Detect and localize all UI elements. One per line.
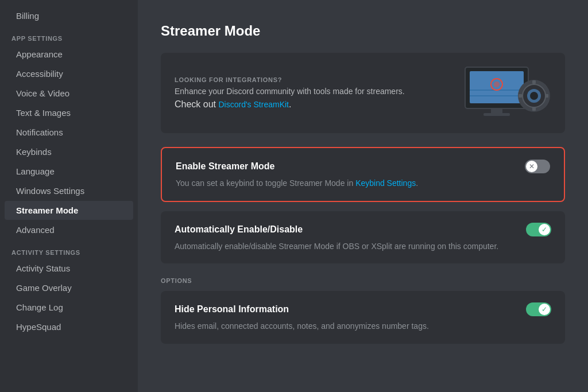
- sidebar-item-keybinds[interactable]: Keybinds: [5, 142, 133, 161]
- svg-point-11: [530, 92, 538, 100]
- hide-personal-info-row: Hide Personal Information ✓: [175, 302, 551, 316]
- sidebar-item-streamer-mode[interactable]: Streamer Mode: [5, 201, 133, 220]
- svg-point-7: [494, 81, 500, 87]
- hide-personal-info-desc: Hides email, connected accounts, notes, …: [175, 321, 551, 332]
- sidebar: Billing APP SETTINGS Appearance Accessib…: [0, 0, 138, 392]
- sidebar-notifications-label: Notifications: [16, 127, 63, 137]
- sidebar-advanced-label: Advanced: [16, 225, 55, 235]
- streamkit-link[interactable]: Discord's StreamKit: [218, 100, 288, 109]
- integration-banner: LOOKING FOR INTEGRATIONS? Enhance your D…: [161, 53, 565, 133]
- sidebar-item-language[interactable]: Language: [5, 162, 133, 181]
- sidebar-item-change-log[interactable]: Change Log: [5, 298, 133, 317]
- sidebar-item-notifications[interactable]: Notifications: [5, 123, 133, 142]
- sidebar-game-overlay-label: Game Overlay: [16, 283, 72, 293]
- svg-rect-13: [532, 107, 536, 111]
- enable-streamer-mode-title: Enable Streamer Mode: [176, 161, 275, 172]
- keybind-settings-link[interactable]: Keybind Settings: [355, 178, 416, 188]
- auto-enable-title: Automatically Enable/Disable: [175, 224, 303, 235]
- auto-enable-desc: Automatically enable/disable Streamer Mo…: [175, 241, 551, 253]
- banner-title: LOOKING FOR INTEGRATIONS?: [175, 76, 405, 83]
- toggle-on-icon-2: ✓: [541, 305, 547, 313]
- toggle-off-icon: ✕: [529, 162, 535, 170]
- options-section-header: OPTIONS: [161, 277, 565, 284]
- svg-rect-12: [532, 80, 536, 84]
- sidebar-item-appearance[interactable]: Appearance: [5, 45, 133, 64]
- enable-streamer-mode-row: Enable Streamer Mode ✕: [176, 160, 550, 173]
- toggle-on-icon: ✓: [541, 226, 547, 234]
- sidebar-language-label: Language: [16, 166, 55, 176]
- sidebar-keybinds-label: Keybinds: [16, 147, 52, 157]
- hide-personal-info-title: Hide Personal Information: [175, 304, 289, 315]
- sidebar-item-voice-video[interactable]: Voice & Video: [5, 84, 133, 103]
- banner-link-prefix: Check out: [175, 99, 218, 109]
- enable-streamer-mode-card: Enable Streamer Mode ✕ You can set a key…: [161, 147, 565, 202]
- enable-desc-suffix: .: [416, 178, 418, 188]
- enable-streamer-mode-desc: You can set a keybind to toggle Streamer…: [176, 178, 550, 189]
- page-title: Streamer Mode: [161, 23, 565, 39]
- keybind-link-text: Keybind Settings: [355, 178, 416, 188]
- sidebar-activity-status-label: Activity Status: [16, 263, 70, 273]
- auto-enable-card: Automatically Enable/Disable ✓ Automatic…: [161, 211, 565, 264]
- sidebar-windows-settings-label: Windows Settings: [16, 186, 84, 196]
- toggle-knob: ✕: [526, 161, 537, 172]
- app-settings-section-label: APP SETTINGS: [0, 26, 138, 44]
- sidebar-change-log-label: Change Log: [16, 302, 63, 312]
- sidebar-item-hypesquad[interactable]: HypeSquad: [5, 317, 133, 336]
- auto-enable-row: Automatically Enable/Disable ✓: [175, 223, 551, 236]
- hide-personal-info-toggle-knob: ✓: [539, 304, 550, 315]
- activity-settings-section-label: ACTIVITY SETTINGS: [0, 240, 138, 258]
- sidebar-billing-label: Billing: [16, 11, 39, 21]
- integration-banner-text: LOOKING FOR INTEGRATIONS? Enhance your D…: [175, 76, 405, 110]
- sidebar-streamer-mode-label: Streamer Mode: [16, 205, 78, 215]
- svg-rect-14: [519, 94, 522, 98]
- main-content: Streamer Mode LOOKING FOR INTEGRATIONS? …: [138, 0, 588, 392]
- enable-desc-text: You can set a keybind to toggle Streamer…: [176, 178, 355, 188]
- sidebar-item-game-overlay[interactable]: Game Overlay: [5, 278, 133, 297]
- svg-rect-4: [491, 108, 502, 113]
- banner-link-row: Check out Discord's StreamKit.: [175, 99, 405, 110]
- sidebar-hypesquad-label: HypeSquad: [16, 322, 61, 332]
- sidebar-item-text-images[interactable]: Text & Images: [5, 103, 133, 122]
- streamer-illustration: [459, 64, 551, 122]
- svg-rect-5: [483, 113, 510, 116]
- sidebar-item-accessibility[interactable]: Accessibility: [5, 64, 133, 83]
- sidebar-item-billing[interactable]: Billing: [5, 6, 133, 25]
- banner-link-suffix: .: [289, 99, 291, 109]
- sidebar-accessibility-label: Accessibility: [16, 69, 63, 79]
- sidebar-item-advanced[interactable]: Advanced: [5, 220, 133, 239]
- banner-description: Enhance your Discord community with tool…: [175, 87, 405, 96]
- sidebar-item-activity-status[interactable]: Activity Status: [5, 259, 133, 278]
- enable-streamer-mode-toggle[interactable]: ✕: [525, 160, 550, 173]
- sidebar-item-windows-settings[interactable]: Windows Settings: [5, 181, 133, 200]
- svg-rect-15: [545, 94, 548, 98]
- hide-personal-info-toggle[interactable]: ✓: [526, 302, 551, 316]
- auto-enable-toggle[interactable]: ✓: [526, 223, 551, 236]
- hide-personal-info-card: Hide Personal Information ✓ Hides email,…: [161, 291, 565, 344]
- sidebar-appearance-label: Appearance: [16, 49, 63, 59]
- sidebar-text-images-label: Text & Images: [16, 108, 71, 118]
- auto-enable-toggle-knob: ✓: [539, 224, 550, 235]
- sidebar-voice-video-label: Voice & Video: [16, 88, 69, 98]
- streamkit-link-text: Discord's StreamKit: [218, 100, 288, 109]
